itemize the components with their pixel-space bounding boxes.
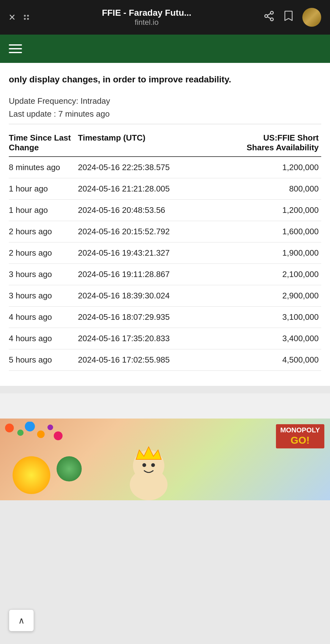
ad-decoration-1 xyxy=(13,456,50,494)
svg-point-12 xyxy=(25,422,35,431)
cell-timestamp: 2024-05-16 21:21:28.005 xyxy=(78,178,246,200)
cell-availability: 1,900,000 xyxy=(246,242,321,264)
cell-availability: 2,900,000 xyxy=(246,285,321,307)
cell-time-since: 4 hours ago xyxy=(9,307,78,328)
cell-timestamp: 2024-05-16 19:11:28.867 xyxy=(78,264,246,285)
table-row: 1 hour ago2024-05-16 20:48:53.561,200,00… xyxy=(9,200,321,221)
browser-chrome: × FFIE - Faraday Futu... fintel.io xyxy=(0,0,330,35)
col-header-timestamp: Timestamp (UTC) xyxy=(78,129,246,157)
cell-time-since: 1 hour ago xyxy=(9,200,78,221)
bookmark-icon[interactable] xyxy=(283,10,294,24)
cell-time-since: 3 hours ago xyxy=(9,285,78,307)
short-shares-table: Time Since Last Change Timestamp (UTC) U… xyxy=(9,129,321,371)
table-row: 4 hours ago2024-05-16 18:07:29.9353,100,… xyxy=(9,307,321,328)
back-to-top-button[interactable]: ∧ xyxy=(9,609,34,631)
browser-title-area: FFIE - Faraday Futu... fintel.io xyxy=(37,8,256,27)
table-row: 4 hours ago2024-05-16 17:35:20.8333,400,… xyxy=(9,328,321,349)
cell-timestamp: 2024-05-16 17:35:20.833 xyxy=(78,328,246,349)
svg-marker-7 xyxy=(136,447,161,459)
last-update: Last update : 7 minutes ago xyxy=(9,109,321,119)
svg-point-13 xyxy=(37,430,45,438)
cell-availability: 1,200,000 xyxy=(246,157,321,178)
table-row: 1 hour ago2024-05-16 21:21:28.005800,000 xyxy=(9,178,321,200)
table-row: 2 hours ago2024-05-16 20:15:52.7921,600,… xyxy=(9,221,321,242)
ad-banner[interactable]: MONOPOLY GO! xyxy=(0,419,330,500)
hamburger-menu-icon[interactable] xyxy=(9,44,22,53)
table-row: 2 hours ago2024-05-16 19:43:21.3271,900,… xyxy=(9,242,321,264)
cell-timestamp: 2024-05-16 20:15:52.792 xyxy=(78,221,246,242)
browser-actions xyxy=(263,8,321,27)
cell-time-since: 2 hours ago xyxy=(9,221,78,242)
table-row: 8 minutes ago2024-05-16 22:25:38.5751,20… xyxy=(9,157,321,178)
update-frequency: Update Frequency: Intraday xyxy=(9,96,321,106)
cell-time-since: 5 hours ago xyxy=(9,349,78,371)
table-row: 3 hours ago2024-05-16 18:39:30.0242,900,… xyxy=(9,285,321,307)
ad-decoration-2 xyxy=(57,456,82,481)
svg-line-3 xyxy=(267,17,271,19)
svg-line-4 xyxy=(267,14,271,15)
ad-container xyxy=(0,393,330,419)
share-icon[interactable] xyxy=(263,10,275,24)
svg-point-10 xyxy=(5,424,14,432)
cell-availability: 2,100,000 xyxy=(246,264,321,285)
table-header-row: Time Since Last Change Timestamp (UTC) U… xyxy=(9,129,321,157)
cell-availability: 1,600,000 xyxy=(246,221,321,242)
svg-point-9 xyxy=(151,463,155,467)
monopoly-badge: MONOPOLY GO! xyxy=(276,424,324,448)
cell-timestamp: 2024-05-16 17:02:55.985 xyxy=(78,349,246,371)
svg-point-15 xyxy=(54,431,63,440)
cell-availability: 1,200,000 xyxy=(246,200,321,221)
table-row: 5 hours ago2024-05-16 17:02:55.9854,500,… xyxy=(9,349,321,371)
svg-point-8 xyxy=(142,463,146,467)
svg-point-11 xyxy=(17,430,24,436)
meta-info: Update Frequency: Intraday Last update :… xyxy=(9,96,321,119)
col-header-time-since: Time Since Last Change xyxy=(9,129,78,157)
monopoly-brand-label: MONOPOLY xyxy=(280,426,320,434)
cell-time-since: 8 minutes ago xyxy=(9,157,78,178)
cell-timestamp: 2024-05-16 22:25:38.575 xyxy=(78,157,246,178)
nav-bar xyxy=(0,35,330,63)
monopoly-go-label: GO! xyxy=(280,434,320,446)
page-title: FFIE - Faraday Futu... xyxy=(102,8,191,18)
cell-availability: 3,400,000 xyxy=(246,328,321,349)
close-icon[interactable]: × xyxy=(9,11,15,24)
header-divider xyxy=(9,124,321,124)
cell-time-since: 3 hours ago xyxy=(9,264,78,285)
main-content: only display changes, in order to improv… xyxy=(0,63,330,386)
cell-timestamp: 2024-05-16 18:39:30.024 xyxy=(78,285,246,307)
cell-timestamp: 2024-05-16 20:48:53.56 xyxy=(78,200,246,221)
cell-time-since: 1 hour ago xyxy=(9,178,78,200)
cell-availability: 4,500,000 xyxy=(246,349,321,371)
intro-text: only display changes, in order to improv… xyxy=(9,73,321,86)
page-url: fintel.io xyxy=(135,18,158,27)
col-header-availability: US:FFIE Short Shares Availability xyxy=(246,129,321,157)
table-row: 3 hours ago2024-05-16 19:11:28.8672,100,… xyxy=(9,264,321,285)
ad-dots-svg xyxy=(3,422,66,447)
svg-point-14 xyxy=(47,425,53,430)
cell-timestamp: 2024-05-16 19:43:21.327 xyxy=(78,242,246,264)
avatar xyxy=(302,8,321,27)
cell-availability: 3,100,000 xyxy=(246,307,321,328)
ad-character-svg xyxy=(120,437,177,500)
cell-availability: 800,000 xyxy=(246,178,321,200)
tabs-icon[interactable] xyxy=(23,14,30,21)
cell-timestamp: 2024-05-16 18:07:29.935 xyxy=(78,307,246,328)
cell-time-since: 4 hours ago xyxy=(9,328,78,349)
cell-time-since: 2 hours ago xyxy=(9,242,78,264)
